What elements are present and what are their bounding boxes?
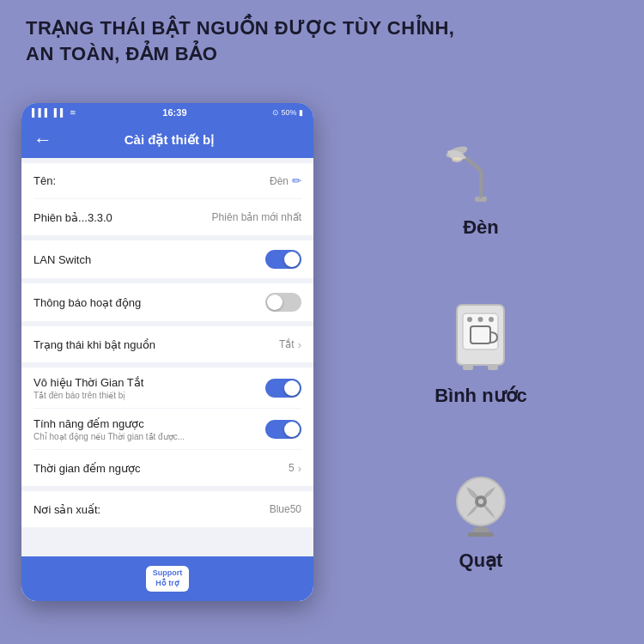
nav-title: Cài đặt thiết bị — [63, 132, 276, 148]
settings-content: Tên: Đèn ✏ Phiên bả...3.3.0 Phiên bản mớ… — [21, 158, 313, 601]
header-line2: AN TOÀN, ĐẢM BẢO — [26, 41, 618, 67]
notify-row: Thông báo hoạt động — [33, 283, 301, 321]
toggle-knob-timer — [284, 380, 300, 396]
battery-icon: ⊙ 50% ▮ — [272, 108, 303, 117]
water-icon-svg — [444, 296, 517, 378]
name-row: Tên: Đèn ✏ — [33, 163, 301, 199]
time-display: 16:39 — [162, 107, 186, 118]
countdown-time-row[interactable]: Thời gian đếm ngược 5 › — [33, 450, 301, 486]
notify-label: Thông báo hoạt động — [33, 296, 141, 309]
toggle-knob — [284, 252, 300, 267]
countdown-time-value: 5 › — [289, 462, 301, 475]
signal-icon: ▌▌▌ ▌▌ ≋ — [32, 108, 77, 117]
support-line2: Hỗ trợ — [153, 579, 183, 589]
fan-icon-svg — [442, 465, 519, 543]
lan-switch-toggle[interactable] — [265, 250, 301, 269]
info-card: Tên: Đèn ✏ Phiên bả...3.3.0 Phiên bản mớ… — [21, 163, 313, 235]
nav-bar: ← Cài đặt thiết bị — [21, 122, 313, 158]
manufacturer-value: Blue50 — [270, 503, 301, 515]
lan-card: LAN Switch — [21, 240, 313, 278]
status-bar: ▌▌▌ ▌▌ ≋ 16:39 ⊙ 50% ▮ — [21, 103, 313, 122]
power-card: Trạng thái khi bật nguồn Tắt › — [21, 326, 313, 362]
lan-switch-row: LAN Switch — [33, 240, 301, 278]
name-label: Tên: — [33, 174, 56, 187]
timer-card: Vô hiệu Thời Gian Tắt Tắt đèn báo trên t… — [21, 368, 313, 486]
svg-point-3 — [452, 157, 462, 162]
power-state-text: Tắt — [279, 338, 295, 350]
countdown-time-label: Thời gian đếm ngược — [33, 462, 141, 475]
header-title: TRẠNG THÁI BẬT NGUỒN ĐƯỢC TÙY CHỈNH, AN … — [26, 15, 618, 66]
disable-timer-labels: Vô hiệu Thời Gian Tắt Tắt đèn báo trên t… — [33, 376, 143, 400]
phone-mockup: ▌▌▌ ▌▌ ≋ 16:39 ⊙ 50% ▮ ← Cài đặt thiết b… — [21, 103, 313, 601]
toggle-knob-countdown — [284, 422, 300, 437]
chevron-icon: › — [298, 338, 301, 351]
version-row: Phiên bả...3.3.0 Phiên bản mới nhất — [33, 199, 301, 235]
water-label: Bình nước — [434, 385, 527, 407]
name-value: Đèn ✏ — [270, 174, 301, 187]
power-state-value: Tắt › — [279, 338, 301, 351]
fan-device-item: Quạt — [442, 465, 519, 572]
support-line1: Support — [153, 568, 183, 579]
power-state-label: Trạng thái khi bật nguồn — [33, 338, 155, 351]
svg-rect-13 — [468, 532, 494, 537]
device-icons-panel: Đèn Bình nước — [335, 103, 627, 601]
countdown-time-text: 5 — [289, 462, 295, 474]
svg-rect-10 — [463, 365, 473, 370]
version-value: Phiên bản mới nhất — [212, 211, 301, 223]
lamp-icon-svg — [442, 132, 519, 210]
svg-rect-11 — [488, 365, 498, 370]
disable-timer-sub: Tắt đèn báo trên thiết bị — [33, 391, 143, 400]
manufacturer-row: Nơi sản xuất: Blue50 — [33, 491, 301, 527]
countdown-sub: Chỉ hoạt động nếu Thời gian tắt được... — [33, 432, 185, 441]
header-line1: TRẠNG THÁI BẬT NGUỒN ĐƯỢC TÙY CHỈNH, — [26, 15, 618, 41]
svg-point-6 — [467, 317, 472, 322]
disable-timer-toggle[interactable] — [265, 379, 301, 398]
water-device-item: Bình nước — [434, 296, 527, 407]
back-button[interactable]: ← — [33, 131, 52, 149]
toggle-knob-notify — [267, 295, 283, 310]
edit-icon[interactable]: ✏ — [292, 174, 301, 187]
svg-point-8 — [489, 317, 494, 322]
svg-point-7 — [478, 317, 483, 322]
notify-card: Thông báo hoạt động — [21, 283, 313, 321]
lamp-label: Đèn — [463, 216, 499, 239]
disable-timer-row: Vô hiệu Thời Gian Tắt Tắt đèn báo trên t… — [33, 368, 301, 409]
lamp-device-item: Đèn — [442, 132, 519, 239]
chevron-icon-2: › — [298, 462, 301, 475]
countdown-label: Tính năng đếm ngược — [33, 417, 185, 430]
countdown-labels: Tính năng đếm ngược Chỉ hoạt động nếu Th… — [33, 417, 185, 441]
svg-point-17 — [478, 499, 483, 504]
notify-toggle[interactable] — [265, 293, 301, 312]
disable-timer-label: Vô hiệu Thời Gian Tắt — [33, 376, 143, 389]
version-label: Phiên bả...3.3.0 — [33, 211, 112, 224]
lan-switch-label: LAN Switch — [33, 253, 91, 266]
manufacturer-label: Nơi sản xuất: — [33, 503, 100, 516]
fan-label: Quạt — [459, 550, 503, 572]
countdown-toggle[interactable] — [265, 420, 301, 439]
countdown-row: Tính năng đếm ngược Chỉ hoạt động nếu Th… — [33, 409, 301, 450]
manufacturer-card: Nơi sản xuất: Blue50 — [21, 491, 313, 527]
power-state-row[interactable]: Trạng thái khi bật nguồn Tắt › — [33, 326, 301, 362]
phone-footer: Support Hỗ trợ — [21, 556, 313, 601]
svg-rect-1 — [479, 171, 483, 198]
name-value-text: Đèn — [270, 175, 289, 187]
support-badge: Support Hỗ trợ — [146, 566, 190, 591]
